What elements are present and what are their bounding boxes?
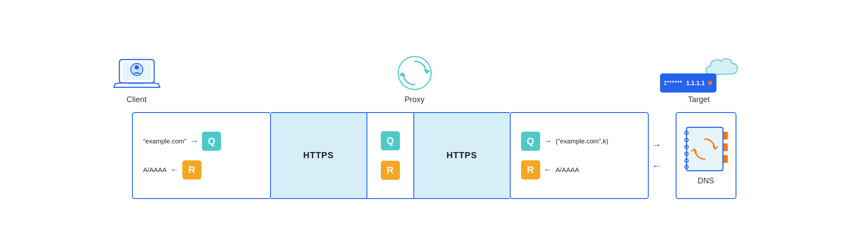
dns-arrows: → ← — [652, 139, 662, 172]
target-q-badge: Q — [521, 132, 540, 151]
target-q-arrow-right: → — [544, 136, 552, 146]
from-dns-arrow: ← — [652, 160, 662, 172]
target-r-arrow-left: ← — [544, 165, 552, 175]
diagram-container: Client Proxy — [0, 0, 868, 252]
client-box: "example.com" → Q A/AAAA ← R — [132, 112, 271, 199]
target-query-row: Q → ("example.com",k) — [521, 132, 637, 151]
client-icon-group: Client — [113, 58, 161, 104]
client-response-text: A/AAAA — [143, 166, 167, 173]
https-band-1: HTTPS — [271, 112, 366, 199]
client-response-row: A/AAAA ← R — [143, 160, 260, 179]
client-laptop-icon — [113, 58, 161, 93]
client-r-arrow: ← — [170, 165, 179, 175]
proxy-r-badge: R — [381, 161, 400, 180]
target-query-text: ("example.com",k) — [556, 137, 609, 145]
svg-rect-5 — [128, 83, 145, 84]
client-q-arrow: → — [190, 136, 198, 146]
proxy-q-badge: Q — [381, 131, 400, 150]
main-diagram: "example.com" → Q A/AAAA ← R HTTPS — [132, 112, 736, 199]
https-band-2: HTTPS — [414, 112, 510, 199]
target-label: Target — [688, 95, 710, 104]
target-r-badge: R — [521, 160, 540, 179]
svg-point-4 — [135, 65, 139, 70]
client-query-row: "example.com" → Q — [143, 132, 260, 151]
proxy-icon-group: Proxy — [395, 53, 434, 104]
target-response-text: A/AAAA — [556, 166, 579, 173]
target-response-row: R ← A/AAAA — [521, 160, 637, 179]
dns-label: DNS — [697, 176, 714, 186]
client-q-badge: Q — [202, 132, 221, 151]
target-icon-group: 1.1.1.1 Target — [660, 54, 738, 104]
target-box: Q → ("example.com",k) R ← A/AAAA — [510, 112, 649, 199]
icons-row: Client Proxy — [43, 53, 825, 104]
proxy-label: Proxy — [404, 95, 424, 104]
svg-rect-12 — [686, 127, 723, 171]
client-query-text: "example.com" — [143, 137, 187, 145]
client-r-badge: R — [182, 160, 201, 179]
dns-notebook-icon — [684, 125, 728, 173]
proxy-box: Q R — [366, 112, 414, 199]
client-label: Client — [126, 95, 146, 104]
to-dns-arrow: → — [652, 139, 662, 151]
proxy-sync-icon — [395, 53, 434, 93]
dns-box: DNS — [676, 112, 736, 199]
